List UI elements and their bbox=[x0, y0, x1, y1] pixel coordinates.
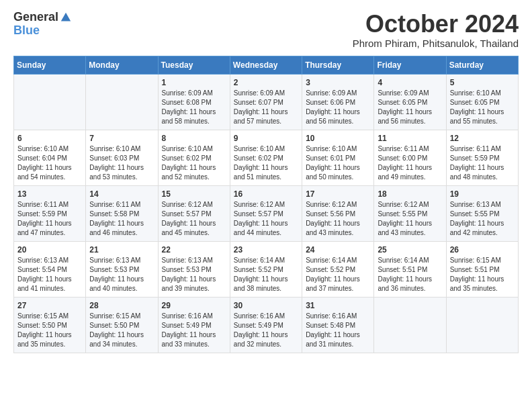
header-tuesday: Tuesday bbox=[158, 56, 230, 74]
calendar-cell: 23Sunrise: 6:14 AM Sunset: 5:52 PM Dayli… bbox=[230, 241, 302, 297]
day-number: 1 bbox=[162, 78, 226, 87]
day-number: 24 bbox=[306, 245, 370, 255]
calendar-cell: 20Sunrise: 6:13 AM Sunset: 5:54 PM Dayli… bbox=[14, 241, 86, 297]
calendar-cell: 9Sunrise: 6:10 AM Sunset: 6:02 PM Daylig… bbox=[230, 130, 302, 185]
calendar-cell: 18Sunrise: 6:12 AM Sunset: 5:55 PM Dayli… bbox=[374, 185, 446, 241]
day-info: Sunrise: 6:14 AM Sunset: 5:51 PM Dayligh… bbox=[378, 256, 442, 293]
day-number: 22 bbox=[162, 245, 226, 255]
day-info: Sunrise: 6:15 AM Sunset: 5:50 PM Dayligh… bbox=[89, 312, 154, 349]
calendar-header-row: SundayMondayTuesdayWednesdayThursdayFrid… bbox=[14, 56, 519, 74]
calendar-cell: 8Sunrise: 6:10 AM Sunset: 6:02 PM Daylig… bbox=[158, 130, 230, 185]
day-number: 17 bbox=[306, 189, 370, 199]
day-info: Sunrise: 6:10 AM Sunset: 6:02 PM Dayligh… bbox=[234, 144, 298, 182]
logo-blue-text: Blue bbox=[13, 24, 40, 38]
day-info: Sunrise: 6:13 AM Sunset: 5:54 PM Dayligh… bbox=[17, 256, 82, 293]
calendar-week-row: 13Sunrise: 6:11 AM Sunset: 5:59 PM Dayli… bbox=[14, 185, 519, 241]
day-number: 29 bbox=[162, 301, 226, 310]
calendar-cell bbox=[374, 297, 446, 353]
day-info: Sunrise: 6:13 AM Sunset: 5:55 PM Dayligh… bbox=[450, 200, 515, 238]
day-number: 5 bbox=[450, 78, 515, 87]
day-info: Sunrise: 6:10 AM Sunset: 6:05 PM Dayligh… bbox=[450, 89, 515, 126]
header-monday: Monday bbox=[86, 56, 158, 74]
day-number: 14 bbox=[89, 189, 154, 199]
day-info: Sunrise: 6:12 AM Sunset: 5:56 PM Dayligh… bbox=[306, 200, 370, 238]
logo-icon bbox=[60, 11, 72, 24]
calendar-week-row: 1Sunrise: 6:09 AM Sunset: 6:08 PM Daylig… bbox=[14, 74, 519, 130]
day-number: 3 bbox=[306, 78, 370, 87]
day-info: Sunrise: 6:14 AM Sunset: 5:52 PM Dayligh… bbox=[234, 256, 298, 293]
day-number: 30 bbox=[234, 301, 298, 310]
day-info: Sunrise: 6:12 AM Sunset: 5:55 PM Dayligh… bbox=[378, 200, 442, 238]
day-info: Sunrise: 6:13 AM Sunset: 5:53 PM Dayligh… bbox=[162, 256, 226, 293]
calendar-cell: 12Sunrise: 6:11 AM Sunset: 5:59 PM Dayli… bbox=[446, 130, 518, 185]
day-number: 21 bbox=[89, 245, 154, 255]
calendar-week-row: 27Sunrise: 6:15 AM Sunset: 5:50 PM Dayli… bbox=[14, 297, 519, 353]
day-info: Sunrise: 6:10 AM Sunset: 6:01 PM Dayligh… bbox=[306, 144, 370, 182]
calendar-cell: 14Sunrise: 6:11 AM Sunset: 5:58 PM Dayli… bbox=[86, 185, 158, 241]
day-number: 26 bbox=[450, 245, 515, 255]
day-number: 9 bbox=[234, 134, 298, 143]
calendar-cell: 24Sunrise: 6:14 AM Sunset: 5:52 PM Dayli… bbox=[302, 241, 374, 297]
calendar-week-row: 20Sunrise: 6:13 AM Sunset: 5:54 PM Dayli… bbox=[14, 241, 519, 297]
day-info: Sunrise: 6:16 AM Sunset: 5:49 PM Dayligh… bbox=[162, 312, 226, 349]
logo: General Blue bbox=[13, 11, 72, 38]
calendar-cell: 1Sunrise: 6:09 AM Sunset: 6:08 PM Daylig… bbox=[158, 74, 230, 130]
title-block: October 2024 Phrom Phiram, Phitsanulok, … bbox=[353, 11, 519, 49]
day-info: Sunrise: 6:10 AM Sunset: 6:03 PM Dayligh… bbox=[89, 144, 154, 182]
header-sunday: Sunday bbox=[14, 56, 86, 74]
header-friday: Friday bbox=[374, 56, 446, 74]
calendar-cell: 22Sunrise: 6:13 AM Sunset: 5:53 PM Dayli… bbox=[158, 241, 230, 297]
page-header: General Blue October 2024 Phrom Phiram, … bbox=[13, 11, 519, 49]
calendar-cell: 30Sunrise: 6:16 AM Sunset: 5:49 PM Dayli… bbox=[230, 297, 302, 353]
calendar-cell bbox=[86, 74, 158, 130]
day-number: 31 bbox=[306, 301, 370, 310]
month-title: October 2024 bbox=[353, 11, 519, 38]
day-number: 7 bbox=[89, 134, 154, 143]
calendar-cell: 4Sunrise: 6:09 AM Sunset: 6:05 PM Daylig… bbox=[374, 74, 446, 130]
calendar-week-row: 6Sunrise: 6:10 AM Sunset: 6:04 PM Daylig… bbox=[14, 130, 519, 185]
day-number: 28 bbox=[89, 301, 154, 310]
svg-marker-0 bbox=[61, 13, 71, 21]
day-number: 8 bbox=[162, 134, 226, 143]
logo-general-text: General bbox=[13, 11, 58, 24]
calendar-cell: 28Sunrise: 6:15 AM Sunset: 5:50 PM Dayli… bbox=[86, 297, 158, 353]
day-info: Sunrise: 6:12 AM Sunset: 5:57 PM Dayligh… bbox=[234, 200, 298, 238]
calendar-cell: 2Sunrise: 6:09 AM Sunset: 6:07 PM Daylig… bbox=[230, 74, 302, 130]
day-number: 4 bbox=[378, 78, 442, 87]
day-info: Sunrise: 6:11 AM Sunset: 6:00 PM Dayligh… bbox=[378, 144, 442, 182]
day-number: 11 bbox=[378, 134, 442, 143]
day-number: 23 bbox=[234, 245, 298, 255]
day-number: 19 bbox=[450, 189, 515, 199]
day-number: 6 bbox=[17, 134, 82, 143]
calendar-cell: 29Sunrise: 6:16 AM Sunset: 5:49 PM Dayli… bbox=[158, 297, 230, 353]
calendar-cell: 27Sunrise: 6:15 AM Sunset: 5:50 PM Dayli… bbox=[14, 297, 86, 353]
day-info: Sunrise: 6:14 AM Sunset: 5:52 PM Dayligh… bbox=[306, 256, 370, 293]
day-info: Sunrise: 6:16 AM Sunset: 5:48 PM Dayligh… bbox=[306, 312, 370, 349]
day-info: Sunrise: 6:10 AM Sunset: 6:04 PM Dayligh… bbox=[17, 144, 82, 182]
day-info: Sunrise: 6:09 AM Sunset: 6:08 PM Dayligh… bbox=[162, 89, 226, 126]
day-info: Sunrise: 6:09 AM Sunset: 6:07 PM Dayligh… bbox=[234, 89, 298, 126]
calendar-cell: 19Sunrise: 6:13 AM Sunset: 5:55 PM Dayli… bbox=[446, 185, 518, 241]
header-thursday: Thursday bbox=[302, 56, 374, 74]
location-text: Phrom Phiram, Phitsanulok, Thailand bbox=[353, 38, 519, 49]
calendar-table: SundayMondayTuesdayWednesdayThursdayFrid… bbox=[13, 56, 519, 353]
day-info: Sunrise: 6:11 AM Sunset: 5:59 PM Dayligh… bbox=[17, 200, 82, 238]
calendar-cell: 31Sunrise: 6:16 AM Sunset: 5:48 PM Dayli… bbox=[302, 297, 374, 353]
day-number: 25 bbox=[378, 245, 442, 255]
day-info: Sunrise: 6:12 AM Sunset: 5:57 PM Dayligh… bbox=[162, 200, 226, 238]
day-info: Sunrise: 6:15 AM Sunset: 5:50 PM Dayligh… bbox=[17, 312, 82, 349]
day-number: 15 bbox=[162, 189, 226, 199]
day-number: 13 bbox=[17, 189, 82, 199]
calendar-cell: 6Sunrise: 6:10 AM Sunset: 6:04 PM Daylig… bbox=[14, 130, 86, 185]
day-number: 20 bbox=[17, 245, 82, 255]
calendar-cell bbox=[446, 297, 518, 353]
day-number: 2 bbox=[234, 78, 298, 87]
calendar-cell: 7Sunrise: 6:10 AM Sunset: 6:03 PM Daylig… bbox=[86, 130, 158, 185]
calendar-cell: 25Sunrise: 6:14 AM Sunset: 5:51 PM Dayli… bbox=[374, 241, 446, 297]
day-info: Sunrise: 6:16 AM Sunset: 5:49 PM Dayligh… bbox=[234, 312, 298, 349]
day-number: 18 bbox=[378, 189, 442, 199]
header-saturday: Saturday bbox=[446, 56, 518, 74]
calendar-cell: 13Sunrise: 6:11 AM Sunset: 5:59 PM Dayli… bbox=[14, 185, 86, 241]
calendar-cell: 10Sunrise: 6:10 AM Sunset: 6:01 PM Dayli… bbox=[302, 130, 374, 185]
day-number: 10 bbox=[306, 134, 370, 143]
